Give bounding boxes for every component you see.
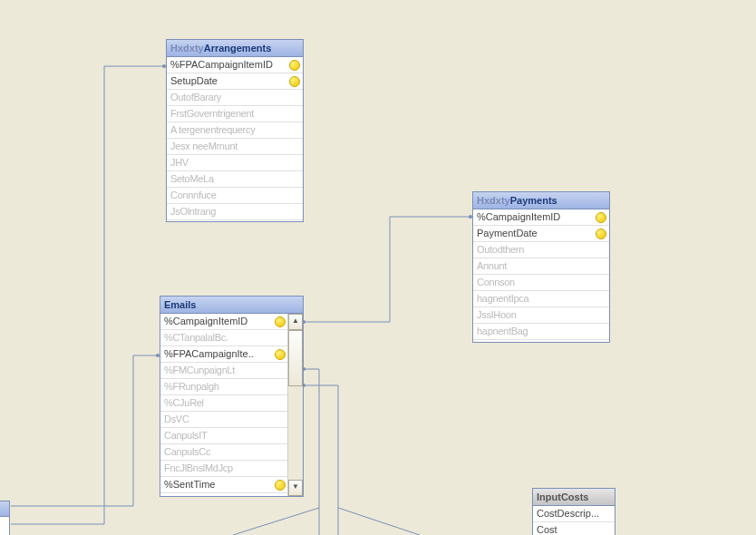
table-title-inputcosts[interactable]: InputCosts	[533, 489, 615, 506]
key-indicator-icon	[289, 76, 300, 87]
key-indicator-icon	[275, 349, 286, 360]
field-row[interactable]: %FPACampaignIte..	[160, 346, 288, 363]
field-row[interactable]: Outodthern	[473, 242, 609, 258]
field-row[interactable]: OutofBarary	[167, 90, 303, 106]
field-row[interactable]: PaymentDate	[473, 226, 609, 242]
field-row[interactable]: %FRunpalgh	[160, 379, 288, 395]
field-row[interactable]: SetupDate	[167, 73, 303, 90]
key-indicator-icon	[596, 212, 606, 223]
field-row[interactable]: %FMCunpaignLt	[160, 363, 288, 379]
field-row[interactable]: Connson	[473, 275, 609, 291]
scrollbar[interactable]: ▲ ▼	[287, 314, 303, 496]
field-row[interactable]: %FPACampaignItemID	[167, 57, 303, 73]
field-row[interactable]: %CampaignItemID	[160, 314, 288, 330]
field-row[interactable]: DsVC	[160, 412, 288, 428]
field-row[interactable]: %CTanpalalBc.	[160, 330, 288, 346]
field-row[interactable]: JssIHoon	[473, 307, 609, 324]
field-row[interactable]: %SentTime	[160, 477, 288, 493]
key-indicator-icon	[596, 229, 606, 239]
offscreen-table-stub[interactable]	[0, 501, 10, 535]
table-title-arrangements[interactable]: HxdxtyArrangements	[167, 40, 303, 57]
scroll-down-button[interactable]: ▼	[288, 480, 303, 496]
field-row[interactable]: JHV	[167, 155, 303, 171]
field-row[interactable]: CostDescrip...	[533, 506, 615, 522]
key-indicator-icon	[275, 480, 286, 491]
svg-line-19	[338, 508, 420, 535]
key-indicator-icon	[275, 316, 286, 327]
field-row[interactable]: FrstGoverntrigenent	[167, 106, 303, 122]
field-row[interactable]: Annunt	[473, 258, 609, 275]
table-body-inputcosts: CostDescrip...Cost	[533, 506, 615, 535]
field-row[interactable]: hagnentIpca	[473, 291, 609, 307]
field-row[interactable]: FncJlBnslMdJcp	[160, 461, 288, 477]
field-row[interactable]: JsOlntrang	[167, 204, 303, 220]
table-title-payments[interactable]: HxdxtyPayments	[473, 192, 609, 209]
table-body-emails: %CampaignItemID%CTanpalalBc.%FPACampaign…	[160, 314, 303, 496]
field-row[interactable]: A tergenentrequercy	[167, 122, 303, 139]
key-indicator-icon	[289, 60, 300, 71]
diagram-canvas[interactable]: HxdxtyArrangements %FPACampaignItemIDSet…	[0, 0, 756, 535]
field-row[interactable]: CanpulsIT	[160, 428, 288, 444]
table-payments[interactable]: HxdxtyPayments %CampaignItemIDPaymentDat…	[472, 191, 610, 343]
scroll-thumb[interactable]	[288, 330, 303, 386]
field-row[interactable]: CanpulsCc	[160, 444, 288, 461]
table-body-arrangements: %FPACampaignItemIDSetupDateOutofBararyFr…	[167, 57, 303, 221]
table-emails[interactable]: Emails %CampaignItemID%CTanpalalBc.%FPAC…	[160, 296, 304, 497]
field-row[interactable]: hapnentBag	[473, 324, 609, 340]
relationship-wires	[0, 0, 756, 535]
table-inputcosts[interactable]: InputCosts CostDescrip...Cost	[532, 488, 615, 535]
field-row[interactable]: %CampaignItemID	[473, 209, 609, 226]
field-row[interactable]: Connnfuce	[167, 188, 303, 204]
svg-line-20	[233, 508, 319, 535]
table-body-payments: %CampaignItemIDPaymentDateOutodthernAnnu…	[473, 209, 609, 342]
field-row[interactable]: SetoMeLa	[167, 171, 303, 188]
table-title-emails[interactable]: Emails	[160, 297, 303, 314]
table-arrangements[interactable]: HxdxtyArrangements %FPACampaignItemIDSet…	[166, 39, 304, 222]
field-row[interactable]: Jesx neeMrnunt	[167, 139, 303, 155]
scroll-track[interactable]	[288, 330, 303, 480]
scroll-up-button[interactable]: ▲	[288, 314, 303, 330]
field-row[interactable]: %CJuRel	[160, 395, 288, 412]
field-row[interactable]: Cost	[533, 522, 615, 535]
